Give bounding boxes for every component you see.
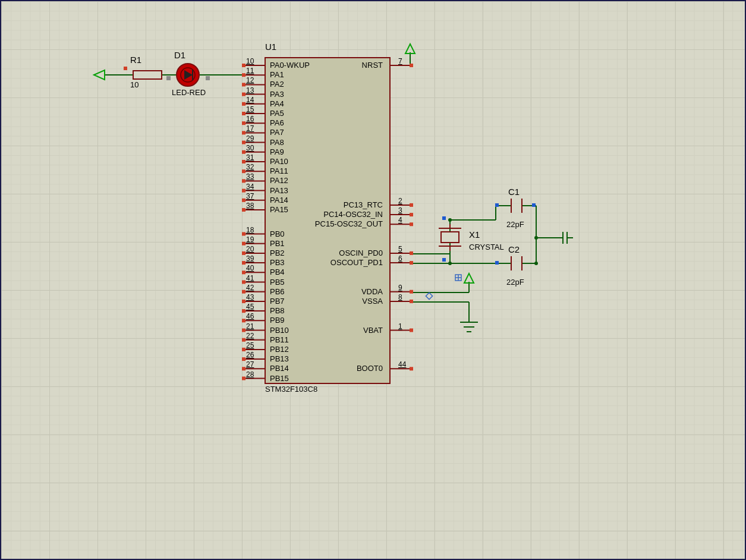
svg-marker-35 [464,273,474,283]
pin-num-29: 29 [246,134,254,143]
pin-name-PB14: PB14 [270,364,289,373]
svg-rect-85 [242,169,245,173]
svg-rect-42 [441,232,459,243]
pin-num-1: 1 [398,322,402,331]
pin-num-32: 32 [246,163,254,171]
svg-rect-135 [410,251,413,255]
pin-name-PA6: PA6 [270,118,284,127]
pin-num-45: 45 [246,303,254,311]
pin-num-19: 19 [246,235,254,244]
svg-rect-57 [495,261,499,265]
svg-rect-59 [442,216,446,220]
svg-rect-131 [410,213,413,216]
svg-rect-61 [166,76,171,80]
svg-rect-145 [410,367,413,370]
pin-num-17: 17 [246,124,254,133]
pin-num-28: 28 [246,370,254,379]
svg-rect-81 [242,150,245,154]
pin-name-PB11: PB11 [270,335,289,344]
pin-name-OSCOUT_PD1: OSCOUT_PD1 [330,258,383,267]
pin-name-PA7: PA7 [270,128,284,137]
pin-name-PB4: PB4 [270,268,285,276]
svg-rect-105 [242,281,245,284]
pin-num-34: 34 [246,183,254,191]
pin-name-PB12: PB12 [270,345,289,354]
svg-rect-117 [242,338,245,342]
pin-name-PA1: PA1 [270,70,284,79]
svg-rect-51 [426,292,432,299]
pin-name-NRST: NRST [362,61,383,70]
pin-name-PA9: PA9 [270,147,284,156]
c1-designator: C1 [508,187,520,197]
c2-designator: C2 [508,244,520,254]
svg-marker-34 [405,44,415,54]
pin-num-40: 40 [246,264,254,272]
x1-value: CRYSTAL [469,243,504,251]
svg-rect-73 [242,112,245,115]
pin-num-12: 12 [246,76,254,84]
svg-rect-75 [242,121,245,125]
pin-name-PA2: PA2 [270,80,284,89]
pin-num-31: 31 [246,153,254,162]
svg-rect-139 [410,290,413,294]
c2-value: 22pF [506,278,524,287]
pin-num-33: 33 [246,172,254,181]
pin-name-PA10: PA10 [270,157,288,166]
svg-rect-143 [410,329,413,332]
svg-marker-36 [94,70,105,80]
pin-name-PA14: PA14 [270,196,288,205]
svg-point-26 [534,236,538,240]
r1-value: 10 [130,80,139,89]
svg-rect-127 [410,64,413,67]
pin-num-8: 8 [398,293,402,301]
d1-designator: D1 [174,50,185,60]
svg-rect-133 [410,222,413,226]
pin-name-VSSA: VSSA [362,297,383,306]
pin-name-OSCIN_PD0: OSCIN_PD0 [339,248,383,257]
svg-rect-63 [242,64,245,67]
svg-rect-141 [410,300,413,303]
pin-num-7: 7 [398,57,402,65]
pin-name-PB6: PB6 [270,287,285,296]
pin-num-30: 30 [246,144,254,152]
svg-rect-87 [242,179,245,183]
pin-num-37: 37 [246,192,254,200]
svg-rect-58 [442,258,446,262]
pin-num-20: 20 [246,245,254,253]
d1-value: LED-RED [172,88,206,97]
pin-name-PA13: PA13 [270,186,288,195]
pin-name-PA8: PA8 [270,138,284,147]
pin-name-PA4: PA4 [270,99,284,108]
svg-rect-115 [242,329,245,332]
pin-name-BOOT0: BOOT0 [357,364,383,373]
svg-rect-119 [242,348,245,351]
pin-name-PA3: PA3 [270,90,284,99]
pin-num-38: 38 [246,202,254,210]
pin-num-21: 21 [246,322,254,331]
pin-name-VBAT: VBAT [363,326,383,335]
svg-rect-79 [242,141,245,144]
pin-num-4: 4 [398,216,402,224]
svg-rect-109 [242,300,245,303]
mcu-part: STM32F103C8 [265,385,317,394]
pin-num-2: 2 [398,197,402,205]
schematic-canvas[interactable]: U1 STM32F103C8 R1 10 D1 LED-RED X1 CRYST… [0,0,746,560]
pin-num-18: 18 [246,226,254,234]
pin-num-6: 6 [398,254,402,263]
svg-rect-137 [410,261,413,265]
pin-num-44: 44 [398,360,406,369]
svg-rect-55 [495,203,499,207]
svg-rect-121 [242,357,245,361]
svg-rect-71 [242,102,245,106]
pin-name-PB15: PB15 [270,374,289,383]
pin-num-46: 46 [246,312,254,320]
pin-num-9: 9 [398,284,402,292]
r1-designator: R1 [130,55,141,65]
pin-num-42: 42 [246,284,254,292]
svg-rect-65 [242,73,245,77]
pin-num-13: 13 [246,86,254,95]
pin-num-11: 11 [246,67,254,75]
pin-num-15: 15 [246,105,254,114]
svg-rect-107 [242,290,245,294]
svg-rect-67 [242,83,245,86]
